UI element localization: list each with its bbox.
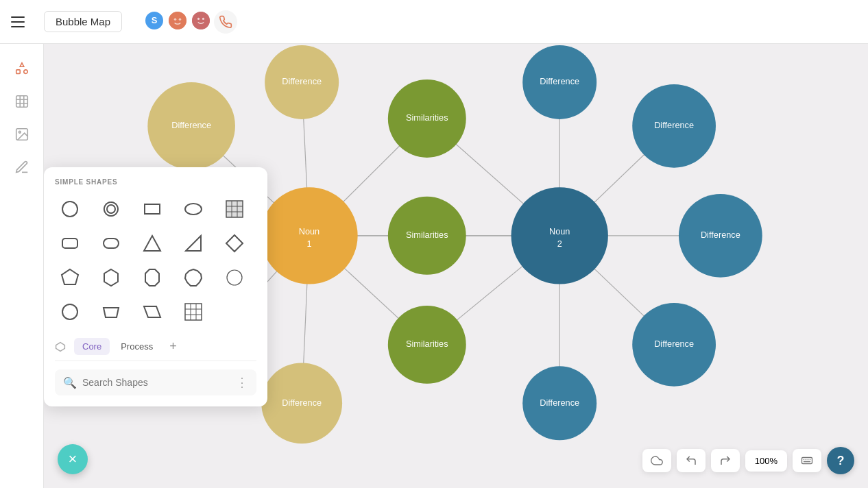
svg-point-4 xyxy=(197,17,200,19)
svg-rect-68 xyxy=(62,239,77,248)
shape-ellipse[interactable] xyxy=(178,194,208,224)
svg-point-62 xyxy=(185,204,202,215)
shapes-grid xyxy=(55,194,256,327)
bottom-bar: 100% ? xyxy=(642,447,854,474)
svg-marker-74 xyxy=(104,269,118,286)
zoom-level[interactable]: 100% xyxy=(745,450,787,472)
svg-marker-75 xyxy=(145,269,159,286)
search-icon: 🔍 xyxy=(63,376,77,389)
shape-trapezoid[interactable] xyxy=(96,297,126,327)
keyboard-shortcut-button[interactable] xyxy=(793,449,821,472)
shape-pentagon[interactable] xyxy=(55,263,85,293)
shape-circle[interactable] xyxy=(55,194,85,224)
shape-tabs: Core Process + xyxy=(55,338,256,361)
document-title[interactable]: Bubble Map xyxy=(44,11,122,32)
topbar: Bubble Map S xyxy=(0,0,868,44)
draw-tool[interactable] xyxy=(8,154,36,181)
svg-point-3 xyxy=(192,12,210,29)
shape-parallelogram[interactable] xyxy=(137,297,167,327)
svg-point-78 xyxy=(62,304,77,319)
svg-marker-76 xyxy=(185,269,202,286)
svg-point-77 xyxy=(227,270,242,285)
svg-point-5 xyxy=(202,17,204,19)
collaborators: S xyxy=(144,10,237,34)
tab-icon xyxy=(55,341,71,352)
svg-rect-63 xyxy=(226,201,243,217)
call-button[interactable] xyxy=(214,10,237,34)
svg-rect-6 xyxy=(16,70,20,74)
menu-button[interactable] xyxy=(11,11,33,33)
svg-point-43 xyxy=(261,187,357,284)
shape-rounded-rect2[interactable] xyxy=(96,228,126,258)
svg-point-51 xyxy=(632,84,716,168)
shape-hexagon[interactable] xyxy=(96,263,126,293)
shapes-tool[interactable] xyxy=(8,55,36,82)
tab-core[interactable]: Core xyxy=(74,338,110,355)
shape-triangle[interactable] xyxy=(137,228,167,258)
svg-point-30 xyxy=(265,45,339,119)
shape-right-triangle[interactable] xyxy=(178,228,208,258)
svg-point-10 xyxy=(19,131,21,133)
svg-rect-69 xyxy=(104,239,119,248)
svg-point-1 xyxy=(174,18,176,20)
more-options-button[interactable]: ⋮ xyxy=(236,375,248,390)
shape-circle2[interactable] xyxy=(55,297,85,327)
search-input[interactable] xyxy=(82,377,230,388)
svg-marker-80 xyxy=(144,306,160,317)
svg-point-53 xyxy=(679,194,762,278)
undo-button[interactable] xyxy=(677,449,706,472)
svg-point-49 xyxy=(522,45,596,119)
left-sidebar xyxy=(0,44,44,488)
avatar-s: S xyxy=(144,10,165,31)
avatar-a xyxy=(167,10,188,31)
svg-point-39 xyxy=(388,197,466,275)
svg-point-0 xyxy=(169,12,186,29)
shape-diamond[interactable] xyxy=(219,228,250,258)
svg-point-55 xyxy=(632,303,716,387)
svg-point-28 xyxy=(147,82,235,170)
svg-rect-86 xyxy=(802,458,812,464)
shape-rectangle[interactable] xyxy=(137,194,167,224)
search-row: 🔍 ⋮ xyxy=(55,369,256,395)
svg-marker-70 xyxy=(144,236,160,251)
svg-marker-79 xyxy=(104,308,119,317)
shape-rounded-rect[interactable] xyxy=(55,228,85,258)
svg-marker-72 xyxy=(226,235,243,252)
canvas-area[interactable]: Difference Difference Difference Differe… xyxy=(44,44,868,488)
svg-point-35 xyxy=(261,363,342,443)
svg-point-37 xyxy=(388,80,466,158)
redo-button[interactable] xyxy=(711,449,740,472)
shapes-section-title: SIMPLE SHAPES xyxy=(55,178,256,186)
fab-close-button[interactable]: × xyxy=(58,444,88,474)
cloud-save-button[interactable] xyxy=(642,449,671,472)
image-tool[interactable] xyxy=(8,121,36,148)
svg-point-2 xyxy=(179,18,181,20)
svg-rect-8 xyxy=(16,96,27,108)
svg-point-57 xyxy=(522,366,596,440)
svg-rect-61 xyxy=(145,204,160,214)
help-button[interactable]: ? xyxy=(827,447,854,474)
main-layout: Difference Difference Difference Differe… xyxy=(0,44,868,488)
svg-marker-73 xyxy=(62,269,78,284)
shape-circle-thin[interactable] xyxy=(219,263,250,293)
svg-point-60 xyxy=(107,205,115,213)
shape-octagon[interactable] xyxy=(137,263,167,293)
shape-arc[interactable] xyxy=(96,194,126,224)
tab-process[interactable]: Process xyxy=(112,338,161,355)
add-tab-button[interactable]: + xyxy=(164,338,182,355)
avatar-b xyxy=(191,10,211,31)
frame-tool[interactable] xyxy=(8,88,36,115)
shape-table[interactable] xyxy=(219,194,250,224)
svg-point-59 xyxy=(62,202,77,217)
svg-point-46 xyxy=(511,187,608,284)
svg-rect-81 xyxy=(185,304,202,320)
shape-panel: SIMPLE SHAPES xyxy=(44,167,267,406)
svg-marker-71 xyxy=(186,236,201,251)
shape-grid[interactable] xyxy=(178,297,208,327)
title-text: Bubble Map xyxy=(56,16,110,27)
svg-point-7 xyxy=(23,70,27,74)
svg-point-41 xyxy=(388,306,466,384)
shape-decagon[interactable] xyxy=(178,263,208,293)
